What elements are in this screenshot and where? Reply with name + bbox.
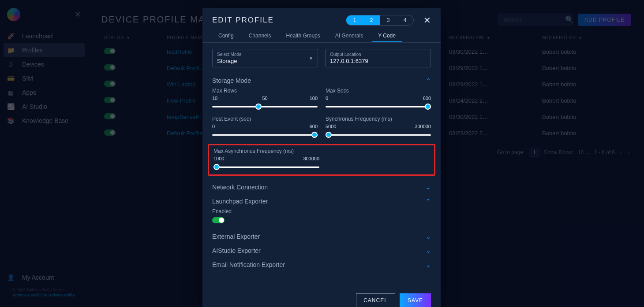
chevron-down-icon: ⌄ — [426, 184, 431, 191]
max-secs-label: Max Secs — [326, 88, 431, 94]
section-network-connection[interactable]: Network Connection ⌄ — [212, 180, 431, 194]
save-button[interactable]: SAVE — [400, 293, 431, 307]
step-1[interactable]: 1 — [346, 15, 363, 25]
max-async-highlight: Max Asynchronus Frequency (ms) 100030000… — [208, 144, 435, 176]
step-2[interactable]: 2 — [363, 15, 380, 25]
output-location-field[interactable]: Output Location 127.0.0.1:6379 — [325, 49, 431, 67]
tab-channels[interactable]: Channels — [243, 30, 277, 42]
select-mode-dropdown[interactable]: Select Mode Storage ▼ — [212, 49, 318, 67]
chevron-down-icon: ⌄ — [426, 261, 431, 268]
chevron-up-icon: ⌃ — [426, 198, 431, 205]
edit-profile-modal: EDIT PROFILE 1234 ✕ ConfigChannelsHealth… — [202, 8, 441, 307]
chevron-down-icon: ⌄ — [426, 247, 431, 254]
cancel-button[interactable]: CANCEL — [356, 293, 395, 307]
step-4[interactable]: 4 — [397, 15, 413, 25]
tab-y-code[interactable]: Y Code — [372, 30, 402, 42]
sync-freq-slider[interactable] — [326, 131, 431, 140]
chevron-down-icon: ▼ — [309, 56, 313, 61]
sync-freq-label: Synchronus Frequency (ms) — [326, 116, 431, 122]
max-secs-slider[interactable] — [326, 103, 431, 111]
max-rows-slider[interactable] — [212, 103, 318, 111]
tab-health-groups[interactable]: Health Groups — [280, 30, 326, 42]
post-event-label: Post Event (sec) — [212, 116, 318, 122]
section-storage-mode[interactable]: Storage Mode ⌃ — [212, 74, 431, 88]
section-external-exporter[interactable]: External Exporter ⌄ — [212, 229, 431, 244]
section-email-exporter[interactable]: Email Notification Exporter ⌄ — [212, 258, 431, 272]
chevron-down-icon: ⌄ — [426, 233, 431, 240]
max-async-slider[interactable] — [213, 163, 319, 172]
max-async-label: Max Asynchronus Frequency (ms) — [213, 148, 319, 154]
chevron-up-icon: ⌃ — [426, 77, 431, 84]
section-aistudio-exporter[interactable]: AIStudio Exporter ⌄ — [212, 244, 431, 258]
step-3[interactable]: 3 — [380, 15, 397, 25]
close-icon[interactable]: ✕ — [423, 15, 431, 26]
post-event-slider[interactable] — [212, 131, 318, 140]
tab-ai-generals[interactable]: AI Generals — [329, 30, 369, 42]
max-rows-label: Max Rows — [212, 88, 318, 94]
tab-config[interactable]: Config — [212, 30, 240, 42]
modal-title: EDIT PROFILE — [212, 16, 274, 25]
section-launchpad-exporter[interactable]: Launchpad Exporter ⌃ — [212, 194, 431, 208]
enabled-label: Enabled — [212, 208, 431, 215]
launchpad-enabled-toggle[interactable] — [212, 217, 225, 223]
